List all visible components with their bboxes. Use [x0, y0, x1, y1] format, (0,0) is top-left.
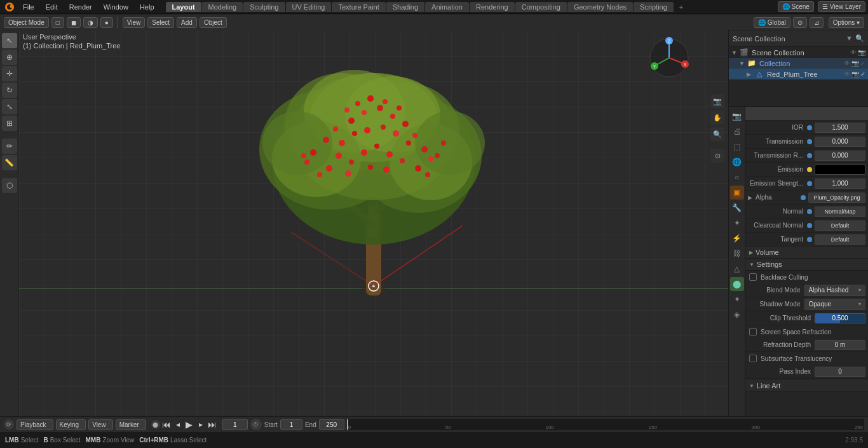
- options-dropdown[interactable]: Options ▾: [829, 17, 864, 28]
- add-menu[interactable]: Add: [177, 17, 197, 28]
- transform-tool[interactable]: ⊞: [2, 116, 17, 131]
- prop-material-icon[interactable]: ⬤: [730, 277, 744, 291]
- hand-pan-btn[interactable]: ✋: [710, 111, 724, 125]
- tab-sculpting[interactable]: Sculpting: [243, 2, 285, 12]
- tab-geometry-nodes[interactable]: Geometry Nodes: [567, 2, 633, 12]
- annotate-tool[interactable]: ✏: [2, 139, 17, 154]
- blend-mode-dropdown[interactable]: Alpha Hashed ▾: [804, 285, 866, 296]
- prop-particles-icon[interactable]: ✦: [730, 216, 744, 230]
- prop-output-icon[interactable]: 🖨: [730, 125, 744, 139]
- timeline-track[interactable]: 0 50 100 150 200 250: [347, 419, 864, 430]
- transform-orientation[interactable]: 🌐 Global: [754, 17, 790, 28]
- ior-value[interactable]: 1.500: [815, 123, 865, 133]
- add-object-tool[interactable]: ⬡: [2, 178, 17, 193]
- emission-strength-value[interactable]: 1.000: [815, 179, 865, 189]
- zoom-btn[interactable]: 🔍: [710, 127, 724, 141]
- measure-tool[interactable]: 📏: [2, 155, 17, 170]
- view-menu[interactable]: View: [123, 17, 146, 28]
- playback-dropdown[interactable]: Playback: [17, 419, 53, 430]
- alpha-value[interactable]: Plum_Opacity.png: [808, 193, 865, 203]
- scene-render-icon[interactable]: 📷: [858, 49, 865, 56]
- menu-edit[interactable]: Edit: [41, 2, 63, 12]
- prop-physics-icon[interactable]: ⚡: [730, 231, 744, 245]
- tab-layout[interactable]: Layout: [166, 2, 201, 12]
- prop-object-icon[interactable]: ▣: [730, 186, 744, 200]
- subsurface-checkbox[interactable]: [749, 355, 757, 362]
- viewport-shading-rendered[interactable]: ●: [100, 17, 113, 28]
- outliner-scene-collection[interactable]: ▼ 🎬 Scene Collection 👁 📷: [729, 47, 868, 58]
- collection-render-icon[interactable]: 📷: [851, 60, 859, 67]
- rotate-tool[interactable]: ↻: [2, 83, 17, 98]
- next-frame-btn[interactable]: ▸: [196, 419, 206, 430]
- prop-constraints-icon[interactable]: ⛓: [730, 247, 744, 261]
- prop-view-layer-icon[interactable]: ⬚: [730, 140, 744, 154]
- clearcoat-value[interactable]: Default: [815, 221, 865, 231]
- tab-texture-paint[interactable]: Texture Paint: [332, 2, 385, 12]
- lineart-section[interactable]: ▼ Line Art: [745, 380, 868, 392]
- collection-expand-icon[interactable]: ▼: [739, 60, 747, 67]
- collection-select-icon[interactable]: ✓: [860, 60, 865, 67]
- blender-logo-btn[interactable]: [3, 0, 17, 14]
- backface-culling-checkbox[interactable]: [749, 273, 757, 281]
- shadow-mode-dropdown[interactable]: Opaque ▾: [804, 299, 866, 310]
- scene-expand-icon[interactable]: ▼: [731, 50, 739, 56]
- refraction-depth-value[interactable]: 0 m: [815, 340, 865, 350]
- transmission-r-value[interactable]: 0.000: [815, 151, 865, 161]
- tangent-value[interactable]: Default: [815, 234, 865, 245]
- view-layer-selector[interactable]: ☰ View Layer: [818, 1, 865, 12]
- tab-compositing[interactable]: Compositing: [515, 2, 567, 12]
- outliner-filter-icon[interactable]: ▼: [846, 34, 853, 43]
- transmission-value[interactable]: 0.000: [815, 137, 865, 147]
- overlay-btn[interactable]: ⊙: [710, 149, 724, 163]
- play-btn[interactable]: ▶: [184, 419, 194, 430]
- menu-render[interactable]: Render: [64, 2, 97, 12]
- fps-indicator[interactable]: ⏱: [250, 419, 262, 430]
- select-tool[interactable]: ↖: [2, 33, 17, 48]
- alpha-expand[interactable]: ▶: [748, 194, 754, 201]
- tab-modeling[interactable]: Modeling: [202, 2, 243, 12]
- current-frame-input[interactable]: 1: [222, 419, 248, 430]
- end-frame-input[interactable]: 250: [319, 419, 344, 430]
- properties-search[interactable]: [745, 107, 868, 121]
- keying-dropdown[interactable]: Keying: [56, 419, 86, 430]
- outliner-mesh-item[interactable]: ▶ △ Red_Plum_Tree 👁 📷 ✓: [729, 69, 868, 79]
- tab-uv-editing[interactable]: UV Editing: [286, 2, 332, 12]
- outliner-search-icon[interactable]: 🔍: [855, 34, 864, 43]
- jump-to-start-btn[interactable]: ⏮: [161, 419, 172, 430]
- collection-hide-icon[interactable]: 👁: [844, 60, 850, 67]
- scale-tool[interactable]: ⤡: [2, 99, 17, 114]
- prop-render-icon[interactable]: 📷: [730, 109, 744, 123]
- scene-hide-icon[interactable]: 👁: [850, 49, 857, 56]
- prop-scene-icon[interactable]: 🌐: [730, 155, 744, 169]
- prop-modifier-icon[interactable]: 🔧: [730, 201, 744, 215]
- prev-frame-btn[interactable]: ◂: [173, 419, 183, 430]
- move-tool[interactable]: ✛: [2, 66, 17, 81]
- viewport-shading-material[interactable]: ◑: [83, 17, 98, 28]
- mesh-expand-icon[interactable]: ▶: [747, 71, 754, 78]
- add-workspace-button[interactable]: +: [674, 2, 688, 12]
- emission-color-swatch[interactable]: [815, 165, 865, 175]
- menu-help[interactable]: Help: [135, 2, 159, 12]
- proportional-edit[interactable]: ⊿: [810, 17, 824, 28]
- object-mode-dropdown[interactable]: Object Mode: [4, 17, 49, 28]
- view-dropdown[interactable]: View: [88, 419, 113, 430]
- prop-object-data-icon[interactable]: ◈: [730, 308, 744, 322]
- snap-toggle[interactable]: ⊙: [793, 17, 807, 28]
- prop-shaderfx-icon[interactable]: ✦: [730, 292, 744, 306]
- select-menu[interactable]: Select: [147, 17, 174, 28]
- tab-rendering[interactable]: Rendering: [470, 2, 515, 12]
- menu-window[interactable]: Window: [98, 2, 133, 12]
- settings-section[interactable]: ▼ Settings: [745, 259, 868, 271]
- viewport-shading-wireframe[interactable]: □: [51, 17, 64, 28]
- mesh-select-icon[interactable]: ✓: [860, 71, 865, 78]
- keyframe-marker[interactable]: ⬤: [151, 420, 160, 429]
- prop-world-icon[interactable]: ○: [730, 170, 744, 184]
- marker-dropdown[interactable]: Marker: [116, 419, 146, 430]
- jump-to-end-btn[interactable]: ⏭: [207, 419, 217, 430]
- clip-threshold-slider[interactable]: 0.500: [815, 313, 865, 323]
- tab-shading[interactable]: Shading: [386, 2, 424, 12]
- volume-section[interactable]: ▶ Volume: [745, 247, 868, 259]
- tab-scripting[interactable]: Scripting: [634, 2, 674, 12]
- mesh-render-icon[interactable]: 📷: [851, 71, 859, 78]
- tab-animation[interactable]: Animation: [425, 2, 469, 12]
